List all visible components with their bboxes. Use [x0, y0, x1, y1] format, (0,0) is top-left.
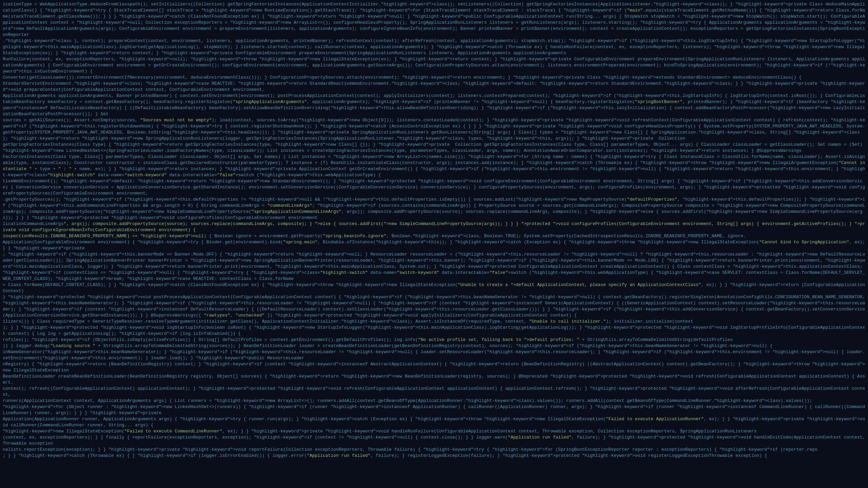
code-content: icationType = WebApplicationType.deduceF…: [0, 0, 868, 488]
code-editor-background: icationType = WebApplicationType.deduceF…: [0, 0, 868, 488]
